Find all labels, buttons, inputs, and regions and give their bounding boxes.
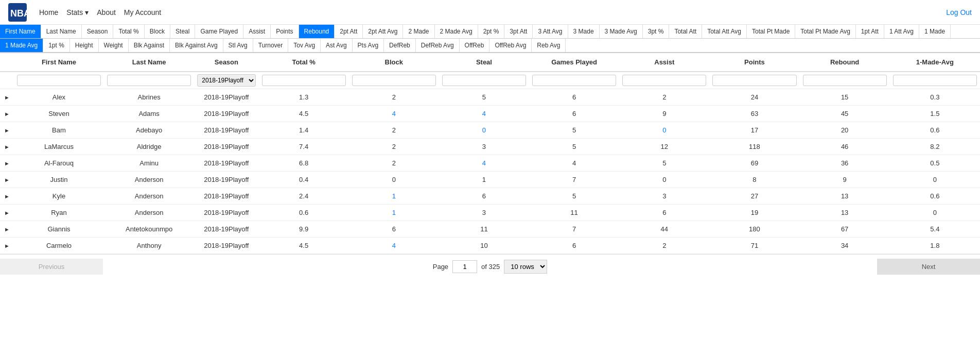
nav-home[interactable]: Home [39,8,58,16]
stat-tab-block[interactable]: Block [145,25,170,38]
stat-tab-tov-avg[interactable]: Tov Avg [288,39,321,52]
stat-tab-3pt-att[interactable]: 3pt Att [504,25,533,38]
expand-btn[interactable]: ► [0,155,14,172]
page-input[interactable] [452,260,477,273]
last-name-cell: Adams [104,106,194,122]
nav-my-account[interactable]: My Account [124,8,161,16]
table-row: ►JustinAnderson2018-19Playoff0.40170890 [0,172,980,188]
expand-btn[interactable]: ► [0,106,14,122]
stat-tab-1-made[interactable]: 1 Made [919,25,951,38]
first-name-cell: Ryan [14,205,104,221]
first-name-cell: Steven [14,106,104,122]
stat-tab-game-played[interactable]: Game Played [195,25,243,38]
filter-row: 2018-19Playoff [0,72,980,89]
stat-tab-pts-avg[interactable]: Pts Avg [353,39,384,52]
logout-link[interactable]: Log Out [946,8,972,16]
stat-tab-season[interactable]: Season [82,25,114,38]
stat-tab-2pt-%[interactable]: 2pt % [478,25,505,38]
table-row: ►BamAdebayo2018-19Playoff1.4205017200.6 [0,122,980,139]
table-row: ►KyleAnderson2018-19Playoff2.4165327130.… [0,188,980,205]
stat-tab-first-name[interactable]: First Name [0,25,41,38]
stat-tab-turnover[interactable]: Turnover [253,39,289,52]
filter-input-first-name[interactable] [17,75,101,86]
expand-btn[interactable]: ► [0,205,14,221]
expand-btn[interactable]: ► [0,221,14,238]
stat-tab-weight[interactable]: Weight [99,39,129,52]
filter-input-last-name[interactable] [107,75,191,86]
stat-tab-points[interactable]: Points [271,25,299,38]
stat-tab-assist[interactable]: Assist [243,25,271,38]
steal-cell: 11 [439,221,529,238]
stat-tab-blk-against-avg[interactable]: Blk Against Avg [170,39,223,52]
stat-tab-2pt-att-avg[interactable]: 2pt Att Avg [363,25,403,38]
nav-about[interactable]: About [97,8,116,16]
season-filter-select[interactable]: 2018-19Playoff [197,74,255,87]
stat-tab-defreb[interactable]: DefReb [384,39,416,52]
stat-tab-1-att-avg[interactable]: 1 Att Avg [884,25,919,38]
stat-tab-3pt-%[interactable]: 3pt % [643,25,670,38]
col-header-steal: Steal [439,53,529,72]
stat-tab-total-att-avg[interactable]: Total Att Avg [702,25,747,38]
stat-tab-2-made[interactable]: 2 Made [403,25,434,38]
col-header-total-%: Total % [259,53,349,72]
block-cell: 2 [349,89,439,106]
filter-input-rebound[interactable] [803,75,887,86]
stat-tab-last-name[interactable]: Last Name [41,25,82,38]
stat-tab-1pt-%[interactable]: 1pt % [43,39,70,52]
stat-tab-2-made-avg[interactable]: 2 Made Avg [435,25,478,38]
stat-tab-1pt-att[interactable]: 1pt Att [856,25,884,38]
filter-input-points[interactable] [712,75,796,86]
block-cell: 2 [349,155,439,172]
stat-tab-total-pt-made[interactable]: Total Pt Made [747,25,795,38]
expand-btn[interactable]: ► [0,122,14,139]
nav-stats[interactable]: Stats ▾ [66,8,89,16]
expand-btn[interactable]: ► [0,172,14,188]
rebound-cell: 20 [800,122,890,139]
previous-button[interactable]: Previous [0,259,103,275]
filter-input-block[interactable] [352,75,436,86]
stat-tab-stl-avg[interactable]: Stl Avg [223,39,253,52]
rows-select[interactable]: 10 rows 25 rows 50 rows [504,260,547,274]
stat-tab-reb-avg[interactable]: Reb Avg [532,39,566,52]
stat-tab-3-att-avg[interactable]: 3 Att Avg [533,25,568,38]
stat-tab-total-%[interactable]: Total % [113,25,144,38]
one-made-avg-cell: 0.6 [890,122,980,139]
stat-tab-offreb[interactable]: OffReb [460,39,490,52]
points-cell: 27 [709,188,799,205]
filter-input-1-made-avg[interactable] [893,75,977,86]
block-cell: 6 [349,221,439,238]
expand-btn[interactable]: ► [0,188,14,205]
stat-tab-ast-avg[interactable]: Ast Avg [321,39,352,52]
filter-input-games-played[interactable] [532,75,616,86]
stat-tab-height[interactable]: Height [70,39,99,52]
filter-cell-points [709,72,799,89]
stat-tab-blk-against[interactable]: Blk Against [129,39,170,52]
steal-cell: 3 [439,205,529,221]
assist-cell: 0 [619,172,709,188]
stat-tab-total-pt-made-avg[interactable]: Total Pt Made Avg [795,25,856,38]
stat-tab-2pt-att[interactable]: 2pt Att [335,25,363,38]
stat-tab-defreb-avg[interactable]: DefReb Avg [416,39,460,52]
total-pct-cell: 1.4 [259,122,349,139]
stat-tab-3-made[interactable]: 3 Made [568,25,600,38]
stat-tab-offreb-avg[interactable]: OffReb Avg [489,39,532,52]
col-header-first-name: First Name [14,53,104,72]
expand-btn[interactable]: ► [0,139,14,155]
pagination: Previous Page of 325 10 rows 25 rows 50 … [0,254,980,279]
expand-btn[interactable]: ► [0,238,14,254]
stat-tab-1-made-avg[interactable]: 1 Made Avg [0,39,43,52]
next-button[interactable]: Next [877,259,980,275]
stat-tab-total-att[interactable]: Total Att [669,25,702,38]
points-cell: 24 [709,89,799,106]
filter-input-assist[interactable] [622,75,706,86]
stat-tab-rebound[interactable]: Rebound [299,25,335,38]
pagination-center: Page of 325 10 rows 25 rows 50 rows [433,260,548,274]
expand-btn[interactable]: ► [0,89,14,106]
nba-logo-icon: NBA [8,3,27,22]
filter-input-steal[interactable] [442,75,526,86]
filter-input-total-%[interactable] [262,75,346,86]
stat-tab-steal[interactable]: Steal [170,25,195,38]
last-name-cell: Aminu [104,155,194,172]
first-name-cell: Kyle [14,188,104,205]
stat-tab-3-made-avg[interactable]: 3 Made Avg [600,25,643,38]
